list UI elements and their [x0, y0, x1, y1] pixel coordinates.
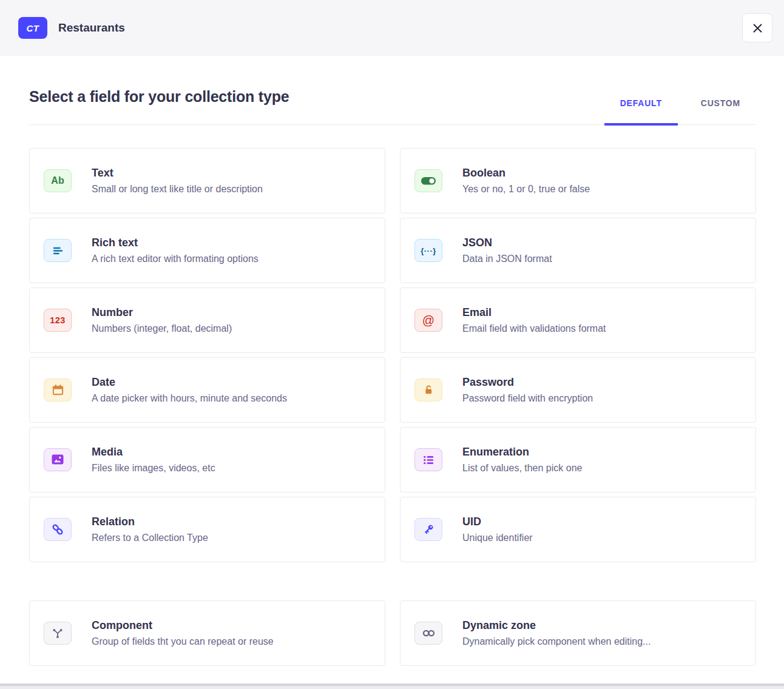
number-123-icon: 123: [44, 309, 72, 332]
picture-icon: [44, 448, 72, 471]
modal-header: CT Restaurants: [0, 0, 784, 56]
field-title: Text: [92, 166, 263, 180]
field-title: JSON: [462, 236, 552, 249]
field-text: Rich text A rich text editor with format…: [92, 236, 259, 265]
field-text: Text Small or long text like title or de…: [92, 166, 263, 195]
number-123-icon-glyph: 123: [50, 316, 66, 325]
field-card-boolean[interactable]: Boolean Yes or no, 1 or 0, true or false: [400, 148, 756, 213]
field-description: Refers to a Collection Type: [92, 532, 208, 544]
field-description: Files like images, videos, etc: [92, 462, 215, 474]
field-description: Numbers (integer, float, decimal): [92, 323, 232, 335]
bullet-list-icon: [414, 448, 442, 471]
field-description: Yes or no, 1 or 0, true or false: [462, 183, 590, 195]
field-card-password[interactable]: Password Password field with encryption: [400, 357, 756, 423]
field-description: Group of fields tht you can repeat or re…: [92, 636, 274, 648]
field-card-richtext[interactable]: Rich text A rich text editor with format…: [29, 218, 385, 283]
field-text: Relation Refers to a Collection Type: [92, 515, 208, 544]
field-card-date[interactable]: Date A date picker with hours, minute an…: [29, 357, 385, 423]
field-title: Password: [462, 375, 593, 389]
field-card-number[interactable]: 123 Number Numbers (integer, float, deci…: [29, 287, 385, 353]
field-text: JSON Data in JSON format: [462, 236, 552, 265]
tab-custom[interactable]: CUSTOM: [685, 98, 756, 124]
json-braces-icon-glyph: {···}: [421, 247, 436, 255]
field-card-dynamiczone[interactable]: Dynamic zone Dynamically pick component …: [400, 600, 756, 666]
field-description: Password field with encryption: [462, 392, 593, 405]
field-text: Number Numbers (integer, float, decimal): [92, 306, 232, 335]
advanced-fields-grid: Component Group of fields tht you can re…: [29, 600, 756, 666]
field-card-enumeration[interactable]: Enumeration List of values, then pick on…: [400, 427, 756, 492]
field-description: A date picker with hours, minute and sec…: [92, 392, 287, 405]
modal-body: Select a field for your collection type …: [0, 87, 784, 666]
link-icon: [44, 518, 72, 541]
field-title: Relation: [92, 515, 208, 528]
field-card-text[interactable]: Ab Text Small or long text like title or…: [29, 148, 385, 213]
field-text: Enumeration List of values, then pick on…: [462, 445, 582, 474]
modal-title: Restaurants: [58, 21, 125, 35]
content-type-badge: CT: [18, 17, 47, 39]
tab-default[interactable]: DEFAULT: [604, 98, 678, 124]
field-card-uid[interactable]: UID Unique identifier: [400, 497, 756, 562]
field-text: Component Group of fields tht you can re…: [92, 619, 274, 648]
tab-bar: DEFAULT CUSTOM: [604, 98, 756, 124]
field-text: Dynamic zone Dynamically pick component …: [462, 619, 651, 648]
field-title: UID: [462, 515, 533, 528]
field-card-json[interactable]: {···} JSON Data in JSON format: [400, 218, 756, 283]
field-title: Date: [92, 375, 287, 389]
field-title: Rich text: [92, 236, 259, 249]
field-text: Date A date picker with hours, minute an…: [92, 375, 287, 405]
field-text: Email Email field with validations forma…: [462, 306, 606, 335]
field-description: List of values, then pick one: [462, 462, 582, 474]
page-title: Select a field for your collection type: [29, 87, 289, 106]
field-card-relation[interactable]: Relation Refers to a Collection Type: [29, 497, 385, 562]
field-card-component[interactable]: Component Group of fields tht you can re…: [29, 600, 385, 666]
field-text: Boolean Yes or no, 1 or 0, true or false: [462, 166, 590, 195]
field-text: Password Password field with encryption: [462, 375, 593, 405]
field-title: Dynamic zone: [462, 619, 651, 632]
title-row: Select a field for your collection type …: [29, 87, 756, 125]
component-branch-icon: [44, 622, 72, 645]
field-card-media[interactable]: Media Files like images, videos, etc: [29, 427, 385, 492]
calendar-icon: [44, 378, 72, 402]
align-left-icon: [44, 239, 72, 262]
field-card-email[interactable]: @ Email Email field with validations for…: [400, 287, 756, 353]
field-description: Unique identifier: [462, 532, 533, 544]
field-title: Enumeration: [462, 445, 582, 459]
footer-divider: [0, 684, 784, 689]
email-at-icon: @: [414, 309, 442, 332]
field-title: Component: [92, 619, 274, 632]
toggle-icon: [414, 169, 442, 192]
email-at-icon-glyph: @: [422, 314, 434, 326]
ab-text-icon-glyph: Ab: [51, 176, 64, 186]
infinity-icon: [414, 622, 442, 645]
field-title: Boolean: [462, 166, 590, 180]
json-braces-icon: {···}: [414, 239, 442, 262]
close-button[interactable]: [742, 13, 772, 42]
field-title: Email: [462, 306, 606, 319]
default-fields-grid: Ab Text Small or long text like title or…: [29, 148, 756, 562]
field-description: Data in JSON format: [462, 253, 552, 265]
ab-text-icon: Ab: [44, 169, 72, 192]
field-description: Dynamically pick component when editing.…: [462, 636, 651, 648]
field-description: A rich text editor with formating option…: [92, 253, 259, 265]
field-text: UID Unique identifier: [462, 515, 533, 544]
close-icon: [753, 24, 762, 33]
field-description: Email field with validations format: [462, 323, 606, 335]
key-icon: [414, 518, 442, 541]
field-title: Number: [92, 306, 232, 319]
field-title: Media: [92, 445, 215, 459]
field-description: Small or long text like title or descrip…: [92, 183, 263, 195]
field-text: Media Files like images, videos, etc: [92, 445, 215, 474]
lock-icon: [414, 378, 442, 402]
